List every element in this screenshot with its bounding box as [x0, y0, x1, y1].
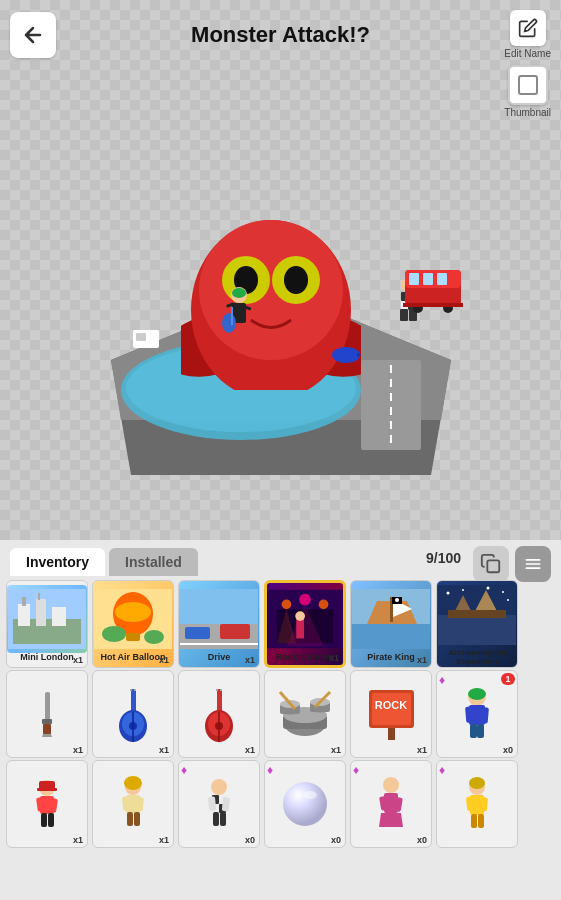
svg-rect-21	[231, 307, 233, 325]
svg-point-144	[211, 779, 227, 795]
svg-rect-131	[37, 788, 57, 791]
item-figure-checkered[interactable]: ♦ x0	[178, 760, 260, 848]
svg-rect-143	[134, 812, 140, 826]
item-pirate-king[interactable]: Pirate King x1	[350, 580, 432, 668]
items-row-3: x1 x1 ♦	[6, 760, 555, 848]
svg-rect-150	[213, 812, 219, 826]
svg-rect-32	[423, 273, 433, 285]
copy-button[interactable]	[473, 546, 509, 582]
tabs-row: Inventory Installed 9/100	[0, 540, 561, 576]
item-guitar-blue[interactable]: x1	[92, 670, 174, 758]
item-empty[interactable]: ♦	[436, 760, 518, 848]
svg-rect-50	[22, 597, 26, 606]
diamond-icon: ♦	[353, 763, 359, 777]
svg-rect-140	[122, 796, 130, 811]
svg-rect-136	[48, 813, 54, 827]
svg-rect-91	[42, 719, 52, 724]
svg-point-123	[468, 688, 486, 700]
item-figure-pose[interactable]: ♦ x0	[350, 760, 432, 848]
svg-point-87	[502, 591, 504, 593]
settings-button[interactable]	[515, 546, 551, 582]
svg-rect-148	[208, 796, 216, 811]
item-count-badge: x1	[329, 653, 339, 663]
svg-rect-33	[437, 273, 447, 285]
tab-installed[interactable]: Installed	[109, 548, 198, 576]
svg-rect-49	[52, 607, 66, 626]
back-button[interactable]	[10, 12, 56, 58]
item-archaeological-expedition[interactable]: Archaeological Expedition	[436, 580, 518, 668]
svg-point-86	[487, 587, 490, 590]
edit-name-label: Edit Name	[504, 48, 551, 59]
item-sign[interactable]: ROCK x1	[350, 670, 432, 758]
item-mini-london[interactable]: Mini London x1	[6, 580, 88, 668]
svg-rect-73	[352, 624, 430, 649]
svg-rect-51	[38, 593, 40, 600]
item-guitar-red[interactable]: x1	[178, 670, 260, 758]
svg-point-20	[222, 313, 236, 333]
item-rock-concert[interactable]: Rock Concert x1	[264, 580, 346, 668]
svg-marker-156	[379, 813, 403, 827]
bottom-panel: Inventory Installed 9/100	[0, 540, 561, 900]
svg-point-160	[469, 777, 485, 789]
item-count-badge: x1	[73, 655, 83, 665]
svg-rect-47	[18, 604, 30, 626]
item-sphere[interactable]: ♦ x0	[264, 760, 346, 848]
svg-point-71	[295, 611, 305, 621]
diorama	[61, 150, 501, 480]
diamond-icon: ♦	[181, 763, 187, 777]
item-figure-blonde[interactable]: x1	[92, 760, 174, 848]
svg-rect-149	[222, 797, 230, 812]
item-figure-green[interactable]: ♦ 1 x0	[436, 670, 518, 758]
item-count-badge: x1	[159, 835, 169, 845]
thumbnail-button[interactable]: Thumbnail	[504, 65, 551, 118]
svg-rect-48	[36, 599, 46, 626]
svg-rect-61	[220, 624, 250, 639]
svg-rect-164	[471, 814, 477, 828]
svg-point-14	[284, 266, 308, 294]
svg-rect-92	[43, 724, 51, 734]
item-drums[interactable]: x1	[264, 670, 346, 758]
svg-rect-135	[41, 813, 47, 827]
svg-point-88	[507, 599, 509, 601]
svg-rect-165	[478, 814, 484, 828]
top-bar: Monster Attack!? Edit Name	[0, 0, 561, 70]
svg-point-152	[283, 782, 327, 826]
svg-rect-55	[126, 633, 140, 641]
svg-rect-151	[220, 812, 226, 826]
edit-name-button[interactable]: Edit Name	[504, 10, 551, 59]
page-title: Monster Attack!?	[191, 22, 370, 48]
svg-rect-128	[477, 724, 484, 738]
item-drive[interactable]: Drive x1	[178, 580, 260, 668]
svg-point-65	[282, 600, 292, 610]
svg-rect-126	[480, 707, 489, 724]
diamond-icon: ♦	[439, 673, 445, 687]
svg-point-66	[299, 594, 311, 606]
svg-point-56	[102, 626, 126, 642]
svg-point-16	[232, 288, 246, 298]
svg-point-78	[395, 598, 399, 602]
scene-area	[0, 0, 561, 540]
item-knife[interactable]: x1	[6, 670, 88, 758]
svg-rect-43	[526, 563, 541, 565]
svg-rect-31	[409, 273, 419, 285]
svg-rect-127	[470, 724, 477, 738]
item-count-badge: x1	[417, 745, 427, 755]
svg-rect-89	[45, 692, 50, 722]
item-hot-air-balloon[interactable]: Hot Air Balloon x1	[92, 580, 174, 668]
diamond-icon: ♦	[439, 763, 445, 777]
svg-rect-105	[216, 689, 218, 691]
svg-rect-142	[127, 812, 133, 826]
new-badge: 1	[501, 673, 515, 685]
item-count-badge: x1	[159, 745, 169, 755]
item-count-badge: x0	[417, 835, 427, 845]
svg-point-84	[447, 592, 450, 595]
svg-text:ROCK: ROCK	[374, 699, 406, 711]
svg-rect-44	[526, 567, 541, 569]
item-count-badge: x1	[417, 655, 427, 665]
svg-rect-70	[296, 619, 304, 638]
item-figure-red-hat[interactable]: x1	[6, 760, 88, 848]
tab-inventory[interactable]: Inventory	[10, 548, 105, 576]
svg-rect-121	[388, 728, 395, 740]
svg-rect-106	[220, 689, 222, 691]
item-count-badge: x1	[73, 745, 83, 755]
